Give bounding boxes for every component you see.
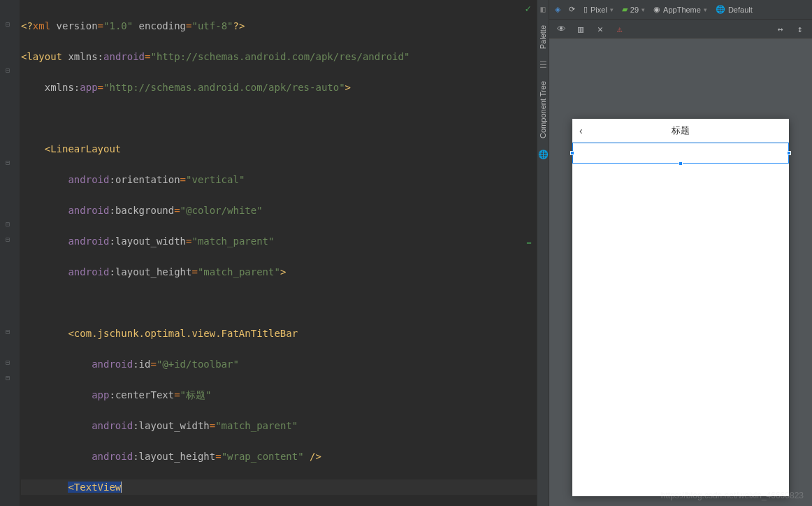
back-icon[interactable]: ‹	[579, 125, 583, 136]
component-tree-tool-icon[interactable]: ☰	[539, 56, 547, 74]
fold-icon[interactable]: ⊟	[6, 66, 10, 74]
preview-title-bar: ‹ 标题	[572, 119, 789, 143]
eye-icon[interactable]: 👁	[555, 23, 567, 36]
vertical-toolwindow-tabs: ◧ Palette ☰ Component Tree 🌐	[537, 0, 549, 506]
code-content[interactable]: <?xml version="1.0" encoding="utf-8"?> <…	[20, 0, 537, 506]
warning-icon[interactable]: ⚠	[614, 23, 626, 36]
globe-icon[interactable]: 🌐	[538, 145, 549, 164]
palette-tab[interactable]: Palette	[537, 18, 549, 56]
chevron-down-icon: ▾	[641, 6, 645, 13]
resize-handle-right[interactable]	[787, 151, 791, 155]
component-tree-tab[interactable]: Component Tree	[537, 74, 549, 145]
fold-icon[interactable]: ⊟	[6, 220, 10, 228]
locale-selector[interactable]: 🌐 Default	[716, 5, 753, 14]
design-preview-pane: ◈ ⟳ ▯ Pixel ▾ ▰ 29 ▾ ◉ AppTheme ▾ 🌐 Defa…	[549, 0, 812, 506]
title-text: 标题	[672, 124, 690, 137]
orientation-button[interactable]: ⟳	[569, 5, 575, 14]
device-label: Pixel	[590, 6, 607, 14]
theme-label: AppTheme	[663, 6, 701, 14]
api-label: 29	[630, 6, 639, 14]
design-canvas[interactable]: ‹ 标题 https://blog.csdn.net/weixin_466608…	[549, 39, 812, 506]
locale-label: Default	[728, 6, 753, 14]
globe-icon: 🌐	[716, 5, 725, 14]
fold-icon[interactable]: ⊟	[6, 159, 10, 166]
design-surface-button[interactable]: ◈	[555, 5, 560, 14]
device-selector[interactable]: ▯ Pixel ▾	[583, 5, 614, 14]
expand-vertical-icon[interactable]: ↕	[794, 23, 806, 36]
disable-icon[interactable]: ✕	[594, 23, 607, 36]
editor-gutter: ⊟ ⊟ ⊟ ⊟ ⊟ ⊟ ⊟ ⊟	[0, 0, 20, 506]
design-sub-toolbar: 👁 ▥ ✕ ⚠ ↔ ↕	[549, 20, 812, 39]
api-selector[interactable]: ▰ 29 ▾	[622, 5, 645, 14]
theme-selector[interactable]: ◉ AppTheme ▾	[653, 5, 707, 14]
selected-textview[interactable]	[572, 143, 789, 164]
rotate-icon: ⟳	[569, 5, 575, 14]
fold-icon[interactable]: ⊟	[6, 20, 10, 28]
android-api-icon: ▰	[622, 5, 628, 14]
fold-icon[interactable]: ⊟	[6, 374, 10, 382]
inspection-ok-icon: ✓	[525, 3, 531, 14]
resize-handle-left[interactable]	[570, 151, 574, 155]
design-toolbar: ◈ ⟳ ▯ Pixel ▾ ▰ 29 ▾ ◉ AppTheme ▾ 🌐 Defa…	[549, 0, 812, 20]
change-marker-icon: ━	[527, 239, 531, 247]
chevron-down-icon: ▾	[610, 6, 614, 13]
expand-horizontal-icon[interactable]: ↔	[774, 23, 787, 36]
fold-icon[interactable]: ⊟	[6, 359, 10, 366]
resize-handle-bottom[interactable]	[679, 161, 683, 166]
watermark-text: https://blog.csdn.net/weixin_46660823	[661, 491, 804, 500]
fold-icon[interactable]: ⊟	[6, 328, 10, 335]
fold-icon[interactable]: ⊟	[6, 236, 10, 243]
theme-icon: ◉	[653, 5, 660, 14]
device-preview[interactable]: ‹ 标题	[572, 119, 789, 496]
phone-icon: ▯	[583, 5, 588, 14]
blueprint-toggle-icon[interactable]: ▥	[574, 23, 587, 36]
chevron-down-icon: ▾	[704, 6, 707, 13]
palette-tool-icon[interactable]: ◧	[540, 0, 545, 18]
layers-icon: ◈	[555, 5, 560, 14]
code-editor-pane: ⊟ ⊟ ⊟ ⊟ ⊟ ⊟ ⊟ ⊟ <?xml version="1.0" enco…	[0, 0, 537, 506]
